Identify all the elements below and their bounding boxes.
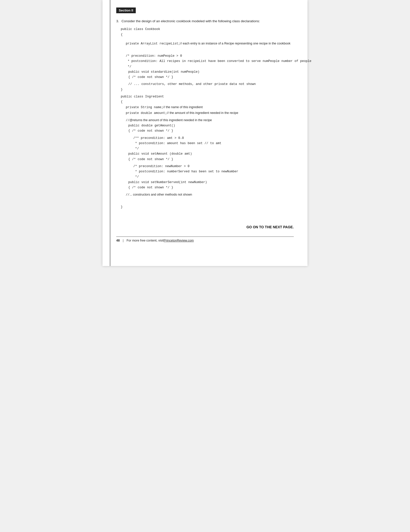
footer-page-number: 48 — [116, 239, 120, 242]
code-line-close-brace-ingredient: } — [121, 205, 294, 210]
code-returns-text: @returns the amount of this ingredient n… — [130, 118, 212, 123]
constructors-comment-1: // ... constructors, other methods, and … — [121, 82, 294, 87]
code-line-cookbook-decl: public class Cookbook — [121, 27, 294, 32]
code-line-private-amount: private double amount; // the amount of … — [126, 110, 294, 116]
code-line-open-brace-1: { — [121, 32, 294, 37]
code-block-getamount: public double getAmount() { /* code not … — [121, 123, 294, 134]
postcondition-1: * postcondition: All recipes in recipeLi… — [126, 59, 294, 64]
code-line-close-brace-cookbook: } — [121, 87, 294, 92]
comment-block-1: /* precondition: numPeople > 0 * postcon… — [126, 53, 294, 69]
comment-block-2: /** precondition: amt > 0.0 * postcondit… — [126, 136, 294, 152]
code-line-constructors-2: // ... constructors and other methods no… — [126, 192, 294, 198]
code-arraylist-comment: // each entry is an instance of a Recipe… — [180, 41, 290, 46]
code-arraylist-code: private ArrayList recipeList; — [126, 41, 180, 46]
question-text-body: Consider the design of an electronic coo… — [122, 19, 260, 23]
precondition-3-line2: * postcondition: numberServed has been s… — [126, 169, 294, 174]
precondition-2-end: */ — [126, 146, 294, 151]
footer: 48 | For more free content, visit Prince… — [116, 237, 294, 242]
code-block-cookbook: public class Cookbook { — [121, 27, 294, 37]
code-line-constructors-1: // ... constructors, other methods, and … — [121, 82, 294, 87]
footer-text: For more free content, visit — [126, 239, 164, 242]
go-next-text: GO ON TO THE NEXT PAGE. — [116, 225, 294, 229]
code-constructors-2-code: // — [126, 192, 130, 198]
footer-link[interactable]: PrincetonReview.com — [164, 239, 194, 242]
code-line-private-name: private String name; // the name of this… — [126, 105, 294, 110]
precondition-3-line1: /* precondition: newNumber > 0 — [126, 164, 294, 169]
question-3: 3. Consider the design of an electronic … — [116, 19, 294, 210]
code-private-name-comment: // the name of this ingredient — [163, 105, 203, 110]
question-intro: 3. Consider the design of an electronic … — [116, 19, 294, 24]
comment-block-3: /* precondition: newNumber > 0 * postcon… — [126, 164, 294, 180]
code-line-returns-comment: // @returns the amount of this ingredien… — [126, 118, 294, 123]
setnumber-decl: public void setNumberServed(int newNumbe… — [121, 180, 294, 185]
precondition-1: /* precondition: numPeople > 0 — [126, 53, 294, 59]
setamount-body: { /* code not shown */ } — [121, 157, 294, 162]
code-line-arraylist: private ArrayList recipeList; // each en… — [126, 41, 294, 46]
code-block-setnumber: public void setNumberServed(int newNumbe… — [121, 180, 294, 191]
precondition-2-line2: * postcondition: amount has been set // … — [126, 141, 294, 146]
standardize-body: { /* code not shown */ } — [121, 75, 294, 80]
end-comment-1: */ — [126, 64, 294, 69]
getamount-body: { /* code not shown */ } — [121, 128, 294, 134]
code-block-standardize: public void standardize(int numPeople) {… — [121, 69, 294, 80]
standardize-decl: public void standardize(int numPeople) — [121, 69, 294, 75]
section-badge: Section II — [116, 7, 136, 13]
setamount-decl: public void setAmount (double amt) — [121, 151, 294, 157]
left-border-bar — [110, 0, 111, 266]
close-brace-ingredient: } — [121, 205, 294, 210]
footer-divider: | — [123, 239, 124, 242]
getamount-decl: public double getAmount() — [121, 123, 294, 128]
code-block-ingredient-decl: public class Ingredient { — [121, 94, 294, 105]
precondition-2-line1: /** precondition: amt > 0.0 — [126, 136, 294, 141]
question-number: 3. — [116, 19, 119, 23]
ingredient-class-decl: public class Ingredient — [121, 94, 294, 99]
code-private-name: private String name; — [126, 105, 163, 110]
code-constructors-2-text: ... constructors and other methods not s… — [130, 192, 192, 197]
precondition-3-end: */ — [126, 174, 294, 180]
code-private-amount-comment: // the amount of this ingredient needed … — [167, 110, 238, 116]
code-returns-code: // — [126, 118, 130, 123]
code-private-amount: private double amount; — [126, 111, 167, 116]
code-block-setamount: public void setAmount (double amt) { /* … — [121, 151, 294, 162]
close-brace-cookbook: } — [121, 87, 294, 92]
setnumber-body: { /* code not shown */ } — [121, 185, 294, 190]
open-brace-ingredient: { — [121, 99, 294, 105]
